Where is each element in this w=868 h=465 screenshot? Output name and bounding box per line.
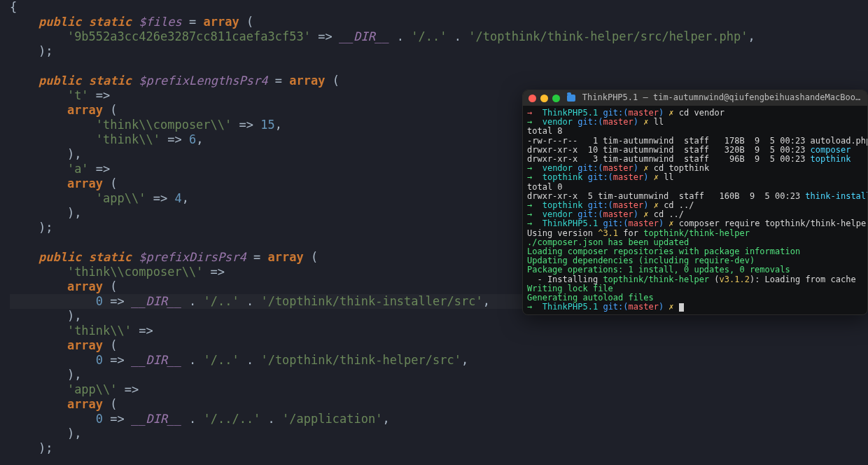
terminal-titlebar[interactable]: ThinkPHP5.1 — tim-autumnwind@qiufengbeih… [523, 90, 867, 106]
terminal-window[interactable]: ThinkPHP5.1 — tim-autumnwind@qiufengbeih… [522, 90, 868, 315]
terminal-body[interactable]: → ThinkPHP5.1 git:(master) ✗ cd vendor →… [523, 106, 867, 315]
zoom-icon[interactable] [552, 95, 560, 102]
terminal-title: ThinkPHP5.1 — tim-autumnwind@qiufengbeih… [582, 93, 862, 102]
cursor-icon [679, 303, 684, 312]
close-icon[interactable] [528, 95, 536, 102]
folder-icon [567, 95, 575, 102]
minimize-icon[interactable] [540, 95, 548, 102]
